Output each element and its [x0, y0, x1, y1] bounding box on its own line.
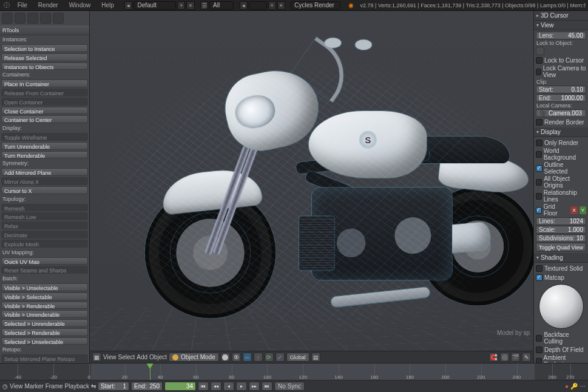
mode-selector[interactable]: Object Mode	[169, 353, 219, 362]
manip-scale-icon[interactable]: ⤢	[275, 353, 285, 362]
remesh-low-button[interactable]: Remesh Low	[1, 212, 88, 220]
scene-selector[interactable]: All	[209, 1, 234, 10]
add-mirrored-plane-button[interactable]: Add Mirrored Plane	[1, 168, 88, 176]
scene-browse-button[interactable]: ☰	[200, 1, 208, 10]
manip-rotate-icon[interactable]: ⟳	[265, 353, 274, 362]
axis-y-toggle[interactable]: Y	[580, 206, 586, 214]
visible-unrenderable-button[interactable]: Visible > Unrenderable	[1, 310, 88, 318]
ts-icon-5[interactable]	[53, 13, 64, 24]
cursor-to-x-button[interactable]: Cursor to X	[1, 186, 88, 194]
backface-culling-check[interactable]	[536, 335, 542, 342]
setup-mirrored-retopo-button[interactable]: Setup Mirrored Plane Retopo	[1, 354, 88, 362]
open-container-button[interactable]: Open Container	[1, 98, 88, 106]
timeline-playhead[interactable]	[150, 363, 150, 380]
autokey-icon[interactable]: ●	[565, 383, 569, 390]
scene-name-field[interactable]	[249, 1, 267, 10]
visible-renderable-button[interactable]: Visible > Renderable	[1, 302, 88, 309]
selected-unselectable-button[interactable]: Selected > Unselectable	[1, 337, 88, 345]
grid-floor-check[interactable]	[536, 207, 542, 214]
grid-lines-field[interactable]: Lines:1024	[536, 217, 586, 225]
mirror-along-x-button[interactable]: Mirror Along X	[1, 177, 88, 185]
turn-unrenderable-button[interactable]: Turn Unrenderable	[1, 142, 88, 150]
shading-solid-icon[interactable]	[221, 353, 230, 362]
panel-3d-cursor[interactable]: 3D Cursor	[534, 11, 588, 21]
rtools-panel-header[interactable]: RTools	[0, 25, 89, 35]
tl-menu-frame[interactable]: Frame	[46, 383, 63, 390]
tl-menu-playback[interactable]: Playback	[65, 383, 90, 390]
keying-set-icon[interactable]: 🔑	[570, 383, 578, 390]
motorcycle-model[interactable]: S	[108, 67, 516, 309]
prev-layout-button[interactable]: ◂	[124, 1, 132, 10]
scene-remove-button[interactable]: ×	[277, 1, 285, 10]
matcap-check[interactable]	[536, 274, 542, 281]
matcap-preview[interactable]	[539, 284, 584, 329]
container-to-center-button[interactable]: Container to Center	[1, 115, 88, 123]
add-layout-button[interactable]: +	[177, 1, 185, 10]
grid-scale-field[interactable]: Scale:1.000	[536, 226, 586, 234]
clip-start-field[interactable]: Start:0.10	[536, 86, 586, 93]
ts-icon-1[interactable]	[2, 13, 13, 24]
vp-menu-select[interactable]: Select	[118, 354, 135, 360]
visible-unselectable-button[interactable]: Visible > Unselectable	[1, 283, 88, 291]
pivot-icon[interactable]: ⦿	[232, 353, 241, 362]
render-border-check[interactable]	[536, 119, 542, 126]
key-next-button[interactable]: ▸▸	[249, 382, 260, 391]
turn-renderable-button[interactable]: Turn Renderable	[1, 151, 88, 159]
lens-field[interactable]: Lens:45.00	[536, 32, 586, 39]
frame-current-field[interactable]: 34	[164, 382, 196, 391]
snap-icon[interactable]: 🧲	[489, 353, 498, 362]
scene-add-button[interactable]: +	[268, 1, 276, 10]
toggle-wireframe-button[interactable]: Toggle Wireframe	[1, 133, 88, 141]
panel-view[interactable]: View	[534, 21, 588, 30]
tl-extra-1-icon[interactable]: ⋯	[580, 383, 586, 390]
world-bg-check[interactable]	[536, 151, 542, 158]
proportional-icon[interactable]	[500, 353, 509, 362]
selected-unrenderable-button[interactable]: Selected > Unrenderable	[1, 319, 88, 327]
explode-mesh-button[interactable]: Explode Mesh	[1, 240, 88, 248]
render-engine-selector[interactable]: Cycles Render	[291, 1, 340, 10]
close-container-button[interactable]: Close Container	[1, 107, 88, 115]
all-origins-check[interactable]	[536, 179, 542, 186]
scene-prev-button[interactable]: ◂	[240, 1, 248, 10]
gpencil-icon[interactable]: ✎	[522, 353, 531, 362]
sync-mode-selector[interactable]: No Sync	[274, 382, 305, 391]
selected-renderable-button[interactable]: Selected > Renderable	[1, 328, 88, 336]
editor-type-icon[interactable]: ⓘ	[2, 1, 12, 10]
local-camera-field[interactable]: 🎥Camera.003	[536, 109, 586, 117]
clip-end-field[interactable]: End:1000.00	[536, 94, 586, 102]
render-preview-icon[interactable]: 🎬	[511, 353, 520, 362]
vp-menu-object[interactable]: Object	[149, 354, 167, 360]
ts-icon-4[interactable]	[40, 13, 51, 24]
lock-cursor-check[interactable]	[536, 57, 542, 64]
menu-help[interactable]: Help	[96, 1, 119, 10]
panel-display[interactable]: Display	[534, 127, 588, 137]
axis-x-toggle[interactable]: X	[570, 206, 577, 214]
viewport-canvas[interactable]: S Model by sp	[90, 11, 533, 351]
frame-start-field[interactable]: Start:1	[98, 382, 129, 391]
transform-orientation[interactable]: Global	[286, 353, 309, 362]
textured-solid-check[interactable]	[536, 265, 542, 272]
manip-translate-icon[interactable]: ↕	[254, 353, 263, 362]
manipulator-toggle-icon[interactable]: ↔	[243, 353, 252, 362]
grid-subdiv-field[interactable]: Subdivisions:10	[536, 234, 586, 242]
lock-object-field[interactable]	[536, 47, 544, 55]
selection-to-instance-button[interactable]: Selection to Instance	[1, 44, 88, 52]
menu-window[interactable]: Window	[64, 1, 96, 10]
tl-range-icon[interactable]: ⇆	[91, 383, 96, 390]
toggle-quad-view-button[interactable]: Toggle Quad View	[536, 243, 586, 252]
release-selected-button[interactable]: Release Selected	[1, 53, 88, 61]
release-from-container-button[interactable]: Release From Container	[1, 89, 88, 96]
visible-selectable-button[interactable]: Visible > Selectable	[1, 292, 88, 300]
play-button[interactable]: ▸	[236, 382, 247, 391]
ts-icon-3[interactable]	[27, 13, 38, 24]
ao-check[interactable]	[536, 358, 542, 363]
layers-icon[interactable]: ▤	[311, 353, 320, 362]
instances-to-objects-button[interactable]: Instances to Objects	[1, 63, 88, 70]
lock-camera-check[interactable]	[536, 69, 541, 75]
editor-type-viewport-icon[interactable]: ▦	[92, 353, 101, 362]
relationship-lines-check[interactable]	[536, 193, 542, 200]
dof-check[interactable]	[536, 346, 542, 353]
outline-selected-check[interactable]	[536, 165, 542, 172]
tl-menu-marker[interactable]: Marker	[25, 383, 44, 390]
timeline-ruler[interactable]: -40-200204060801001201401601802002202402…	[0, 363, 588, 380]
